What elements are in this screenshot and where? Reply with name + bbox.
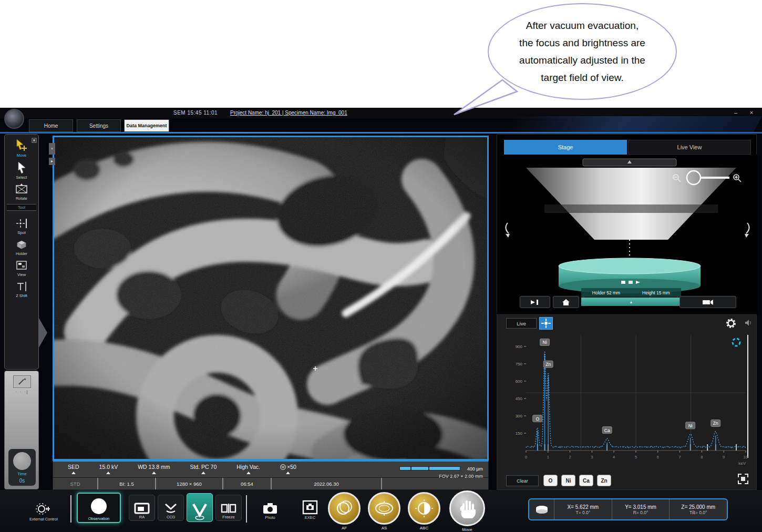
time-knob[interactable]: Time 0s	[8, 449, 36, 486]
vacuum-button[interactable]	[187, 493, 213, 522]
sem-image-viewport[interactable]	[53, 136, 489, 461]
svg-text:2: 2	[569, 455, 571, 459]
tab-home[interactable]: Home	[29, 119, 73, 132]
svg-text:Ni: Ni	[688, 423, 693, 428]
pin-icon[interactable]	[32, 136, 37, 145]
fov-label: FOV 2.67 × 2.00 mm	[362, 474, 483, 479]
app-window: SEM 15:45 11:01 Project Name: hj_201 | S…	[0, 108, 762, 532]
element-chip-Ni[interactable]: Ni	[561, 475, 575, 486]
auto-stigma-button[interactable]	[368, 492, 400, 525]
hand-icon	[457, 498, 477, 519]
image-close-box[interactable]: ×	[49, 143, 55, 155]
move-button[interactable]	[449, 490, 485, 526]
callout-line: After vacuum evacuation,	[526, 17, 639, 34]
move-cursor-icon	[15, 138, 28, 152]
tool-view[interactable]: View	[5, 256, 38, 277]
status-cell: BI: 1.5	[98, 478, 156, 489]
chevron-down-icon	[163, 503, 178, 514]
detector-dropdown[interactable]: SED	[68, 462, 79, 474]
svg-text:Ca: Ca	[604, 428, 610, 433]
reduced-area-button[interactable]: RA	[129, 495, 155, 521]
tool-select[interactable]: Select	[5, 158, 38, 180]
app-logo[interactable]	[4, 109, 24, 129]
vacuum-mode-dropdown[interactable]: High Vac.	[236, 462, 260, 474]
stage-icon	[529, 499, 554, 519]
home-position-button[interactable]	[553, 296, 579, 308]
coord-z: Z= 25.000 mm Tilt= 0.0°	[670, 499, 727, 519]
tool-holder[interactable]: Holder	[5, 235, 38, 256]
dropdown-triangle-icon	[286, 472, 290, 474]
svg-text:3: 3	[591, 455, 593, 459]
svg-text:8: 8	[701, 455, 703, 459]
height-readout: Height 15 mm	[631, 290, 681, 295]
tool-spot[interactable]: Spot	[5, 214, 38, 235]
minimize-button[interactable]: –	[730, 109, 741, 117]
auto-brightness-label: ABC	[408, 526, 440, 530]
status-cell: STD	[53, 478, 98, 489]
toolbar-divider	[70, 495, 71, 523]
working-distance-dropdown[interactable]: WD 13.8 mm	[138, 462, 170, 474]
close-button[interactable]: ×	[746, 109, 757, 117]
tab-data-management[interactable]: Data Management	[124, 119, 169, 132]
settings-button[interactable]	[725, 318, 737, 331]
status-cell: 06:54	[223, 478, 272, 489]
toolbar-divider	[246, 495, 247, 523]
dropdown-triangle-icon	[71, 472, 76, 474]
refresh-icon[interactable]	[731, 337, 742, 350]
svg-text:4: 4	[613, 455, 615, 459]
probe-current-dropdown[interactable]: Std. PC 70	[190, 462, 217, 474]
callout-line: target field of view.	[541, 69, 623, 86]
window-accent-line	[0, 132, 762, 134]
auto-focus-label: AF	[328, 526, 361, 530]
chamber-camera-button[interactable]	[679, 296, 736, 308]
freeze-button[interactable]: Freeze	[215, 495, 242, 521]
tab-stage[interactable]: Stage	[504, 140, 627, 155]
element-chip-Ca[interactable]: Ca	[579, 475, 593, 486]
dropdown-triangle-icon	[152, 472, 156, 474]
tool-z-shift[interactable]: Z Shift	[5, 277, 38, 298]
gear-icon	[725, 318, 737, 329]
svg-text:keV: keV	[738, 461, 746, 466]
speaker-icon[interactable]	[745, 319, 752, 329]
external-control-button[interactable]: External Control	[18, 494, 69, 523]
tab-live-view[interactable]: Live View	[628, 140, 751, 155]
exec-button[interactable]: EXEC	[295, 495, 325, 521]
image-scroll-handle[interactable]: ▸	[49, 158, 55, 165]
element-chip-O[interactable]: O	[543, 475, 558, 486]
time-value: 0s	[19, 478, 25, 484]
svg-text:6: 6	[657, 455, 659, 459]
exchange-position-button[interactable]	[520, 296, 550, 308]
project-name-link[interactable]: Project Name: hj_201 | Specimen Name: Im…	[230, 110, 347, 116]
observation-icon	[89, 497, 108, 516]
tool-rotate[interactable]: Rotate	[5, 180, 38, 201]
callout-bubble: After vacuum evacuation, the focus and b…	[488, 3, 677, 100]
annotate-button[interactable]	[13, 375, 31, 388]
auto-brightness-button[interactable]	[408, 492, 440, 525]
knob-circle[interactable]	[13, 452, 31, 470]
auto-focus-button[interactable]	[328, 492, 361, 525]
image-statusbar: SED 15.0 kV WD 13.8 mm Std. PC 70 High V…	[53, 461, 489, 490]
status-cell: 2022.06.30	[272, 478, 382, 489]
expand-icon[interactable]	[737, 473, 749, 487]
svg-text:1: 1	[547, 455, 549, 459]
voltage-dropdown[interactable]: 15.0 kV	[99, 462, 118, 474]
callout-line: automatically adjusted in the	[519, 52, 645, 69]
vacuum-icon	[191, 503, 208, 520]
eds-spectrum-chart[interactable]: 900750600450300150012345678910keVONiZnCa…	[502, 331, 752, 470]
camera-icon	[262, 502, 278, 515]
observation-button[interactable]: Observation	[77, 493, 121, 523]
stage-readout-bar: Holder 52 mm Height 15 mm	[581, 288, 681, 297]
magnification-dropdown[interactable]: M×50	[280, 462, 296, 474]
element-chip-Zn[interactable]: Zn	[597, 475, 611, 486]
tab-settings[interactable]: Settings	[77, 119, 121, 132]
spectrum-live-button[interactable]: Live	[506, 318, 537, 329]
ccd-button[interactable]: CCD	[158, 495, 184, 521]
exec-camera-icon	[302, 500, 318, 515]
element-select-button[interactable]	[539, 317, 553, 330]
stage-coordinates[interactable]: X= 5.622 mm T= 0.0° Y= 3.015 mm R= 0.0° …	[528, 498, 728, 520]
dropdown-triangle-icon	[106, 472, 110, 474]
reduced-area-icon	[134, 503, 150, 514]
spectrum-clear-button[interactable]: Clear	[506, 475, 539, 486]
stage-height-handle[interactable]: ▴	[581, 298, 681, 306]
photo-button[interactable]: Photo	[254, 495, 286, 521]
